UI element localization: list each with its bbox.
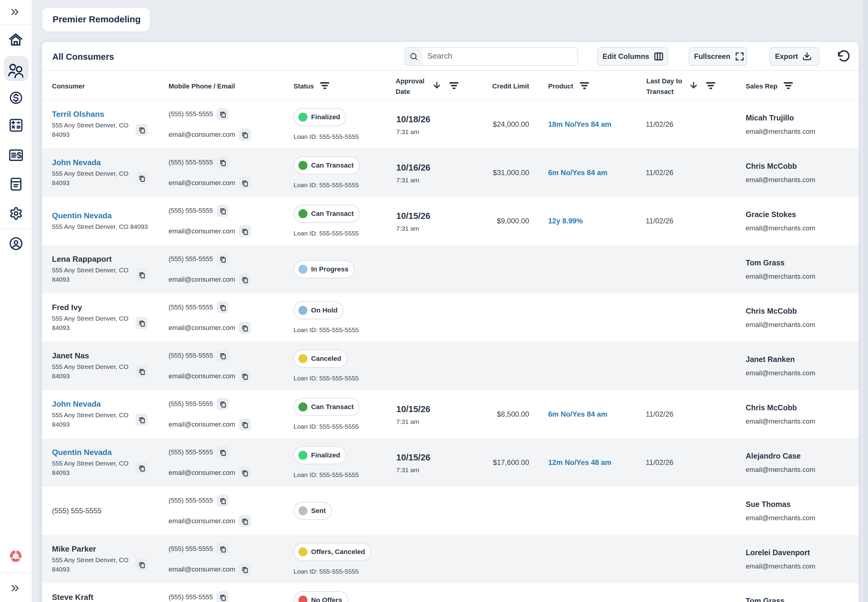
- svg-text:$: $: [17, 150, 22, 160]
